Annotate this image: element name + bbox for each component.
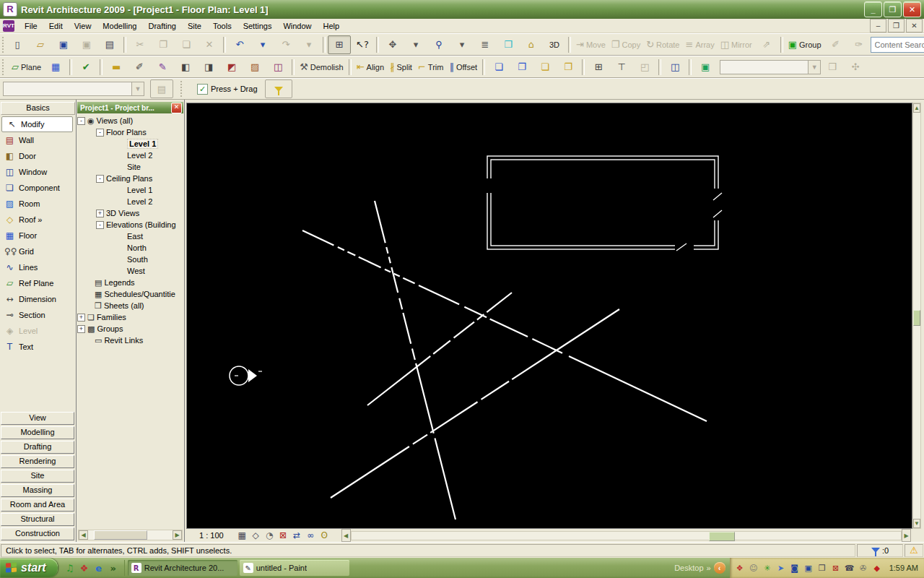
spelling-icon[interactable]: ✔ [74, 58, 97, 77]
offset-icon[interactable]: ∥ Offset [446, 58, 480, 77]
design-bar-tab[interactable]: Rendering [1, 455, 74, 468]
scroll-left-icon[interactable]: ◀ [341, 529, 351, 542]
toolbar-grip[interactable] [2, 59, 6, 75]
split-icon[interactable]: ∦ Split [387, 58, 415, 77]
work-grid-icon[interactable]: ▦ [44, 58, 67, 77]
design-bar-tab[interactable]: Modelling [1, 426, 74, 439]
model-graphics-icon[interactable]: ◇ [249, 530, 263, 541]
detail-level-icon[interactable]: ▦ [235, 530, 249, 541]
wall-icon[interactable]: ▤ Wall [0, 132, 76, 148]
child-minimize-button[interactable]: – [870, 19, 886, 33]
tree-node-label[interactable]: Revit Links [104, 336, 143, 345]
roof-icon[interactable]: ◇ Roof » [0, 212, 76, 228]
project-browser-titlebar[interactable]: Project1 - Project br... ✕ [77, 102, 183, 113]
copy-tool-icon[interactable]: ❐ Copy [609, 35, 643, 54]
tree-node-label[interactable]: Elevations (Building [106, 220, 176, 229]
3d-label[interactable]: 3D [543, 35, 566, 54]
tree-node-label[interactable]: North [127, 243, 147, 252]
component-icon[interactable]: ❏ Component [0, 180, 76, 196]
tree-expander[interactable]: + [96, 210, 104, 217]
clock[interactable]: 1:59 AM [889, 564, 918, 572]
wall-joins-icon[interactable]: ◫ [266, 58, 289, 77]
menu-item[interactable]: Edit [43, 20, 69, 32]
ql-ie-icon[interactable]: e [92, 561, 105, 574]
tray-offline-icon[interactable]: ⊠ [830, 562, 842, 574]
tree-row[interactable]: - Ceiling Plans [77, 173, 183, 184]
undo-icon[interactable]: ↶ [228, 35, 251, 54]
tree-expander[interactable]: - [96, 221, 104, 229]
cut-face-icon[interactable]: ◧ [174, 58, 197, 77]
crop-visibility-icon[interactable]: ⇄ [290, 530, 304, 541]
group-detail-icon[interactable]: ❐ [557, 58, 580, 77]
symbol-icon[interactable]: ◫ [663, 58, 687, 77]
scroll-left-icon[interactable]: ◀ [79, 530, 88, 540]
tree-row[interactable]: North [77, 242, 183, 254]
menu-item[interactable]: Modelling [97, 20, 142, 32]
tree-row[interactable]: South [77, 254, 183, 265]
tree-row[interactable]: Level 1 [77, 184, 183, 196]
tree-node-label[interactable]: 3D Views [106, 209, 139, 217]
design-options-combo[interactable]: ▼ [720, 60, 821, 74]
menu-item[interactable]: Tools [207, 20, 237, 32]
ref-plane-icon[interactable]: ▱ Ref Plane [0, 275, 76, 291]
tree-node-label[interactable]: South [127, 255, 148, 264]
scroll-right-icon[interactable]: ▶ [902, 529, 911, 542]
tree-row[interactable]: Site [77, 161, 183, 173]
tree-row[interactable]: ▭ Revit Links [77, 335, 183, 346]
task-paint[interactable]: ✎ untitled - Paint [240, 560, 349, 576]
paint-icon[interactable]: ◩ [220, 58, 243, 77]
press-drag-option[interactable]: ✓ Press + Drag [197, 84, 258, 95]
tree-node-label[interactable]: Schedules/Quantitie [104, 290, 175, 298]
tray-wireless-icon[interactable]: ✳ [762, 562, 773, 574]
tray-launcher-icon[interactable]: ➤ [775, 562, 787, 574]
print-icon[interactable]: ▤ [98, 35, 121, 54]
close-icon[interactable]: ✕ [171, 103, 182, 113]
desktop-toolbar[interactable]: Desktop » ‹ [674, 562, 729, 574]
copy-icon[interactable]: ❐ [152, 35, 175, 54]
press-drag-checkbox[interactable]: ✓ [197, 84, 208, 95]
tree-row[interactable]: ❒ Sheets (all) [77, 300, 183, 311]
tree-node-label[interactable]: Level 1 [127, 186, 152, 194]
modify-icon[interactable]: ↖ Modify [1, 116, 73, 132]
array-icon[interactable]: ≡ Array [682, 35, 717, 54]
ql-overflow-chevron[interactable]: » [107, 561, 120, 574]
match-icon[interactable]: ✐ [128, 58, 151, 77]
design-bar-tab[interactable]: Drafting [1, 441, 74, 454]
chevron-icon[interactable]: » [707, 564, 711, 572]
tree-node-label[interactable]: Ceiling Plans [106, 174, 152, 183]
tree-expander[interactable]: - [96, 175, 104, 183]
tree-node-label[interactable]: Groups [97, 324, 123, 333]
hide-isolate-icon[interactable]: ∞ [304, 530, 318, 541]
tray-display-icon[interactable]: ▣ [803, 562, 814, 574]
tree-node-label[interactable]: Level 1 [127, 139, 158, 149]
tray-network-icon[interactable]: ❒ [816, 562, 828, 574]
grid-icon[interactable]: ♀♀ Grid [0, 243, 76, 259]
section-icon[interactable]: ⊸ Section [0, 307, 76, 323]
default-3d-icon[interactable]: ❒ [497, 35, 520, 54]
content-search-box[interactable] [871, 37, 924, 53]
cut-icon[interactable]: ✂ [128, 35, 152, 54]
tree-row[interactable]: + 3D Views [77, 207, 183, 219]
tree-node-label[interactable]: Sheets (all) [104, 301, 144, 310]
remove-group-icon[interactable]: ❏ [533, 58, 557, 77]
scroll-up-icon[interactable]: ▲ [913, 103, 920, 113]
tray-shield-icon[interactable]: ◆ [871, 562, 883, 574]
canvas-h-scrollbar[interactable] [351, 531, 902, 540]
thin-lines-icon[interactable]: ≣ [474, 35, 497, 54]
dimension-icon[interactable]: ↔ Dimension [0, 291, 76, 307]
tree-row[interactable]: Level 2 [77, 150, 183, 161]
browser-h-scrollbar[interactable]: ◀ ▶ [78, 530, 183, 540]
tree-row[interactable]: ▦ Schedules/Quantitie [77, 288, 183, 300]
window-icon[interactable]: ◫ Window [0, 164, 76, 180]
tree-expander[interactable]: + [77, 325, 85, 333]
menu-item[interactable]: Window [277, 20, 317, 32]
ql-itunes-icon[interactable]: ♫ [64, 561, 77, 574]
filter-button[interactable] [265, 79, 292, 98]
tree-row[interactable]: - Floor Plans [77, 126, 183, 138]
tree-row[interactable]: Level 2 [77, 196, 183, 207]
undo-menu-icon[interactable]: ▾ [251, 35, 274, 54]
level-icon[interactable]: ◈ Level [0, 323, 76, 339]
join-icon[interactable]: ◨ [197, 58, 220, 77]
tree-row[interactable]: ▤ Legends [77, 277, 183, 288]
delete-icon[interactable]: ✕ [198, 35, 221, 54]
